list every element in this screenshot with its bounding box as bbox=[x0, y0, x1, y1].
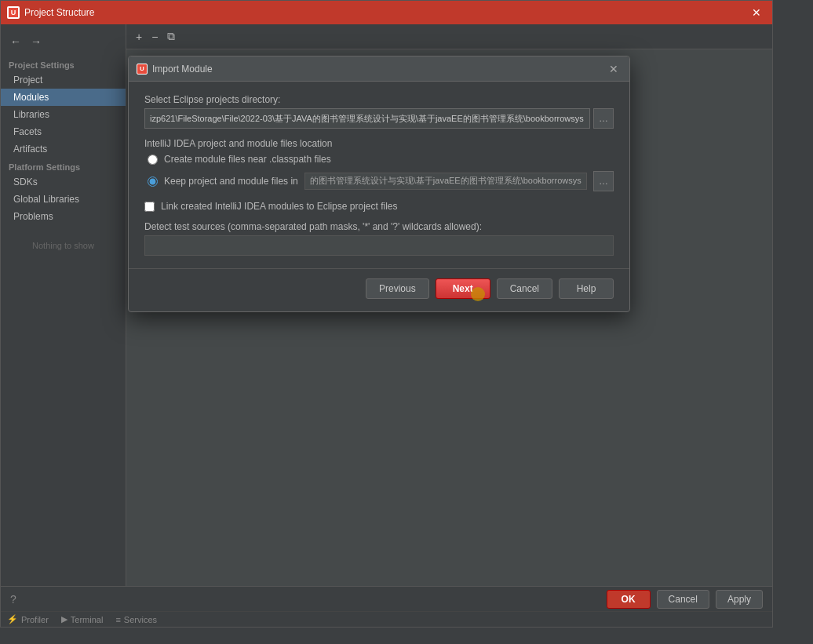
help-dialog-button[interactable]: Help bbox=[559, 278, 614, 299]
browse-button[interactable]: … bbox=[593, 108, 614, 129]
link-checkbox-label: Link created IntelliJ IDEA modules to Ec… bbox=[161, 201, 397, 212]
sidebar-item-global-libraries[interactable]: Global Libraries bbox=[1, 191, 126, 208]
select-dir-label: Select Eclipse projects directory: bbox=[144, 94, 614, 105]
radio-group: Create module files near .classpath file… bbox=[144, 154, 614, 191]
path-row: … bbox=[144, 108, 614, 129]
add-module-button[interactable]: + bbox=[133, 29, 145, 45]
link-checkbox[interactable] bbox=[144, 202, 155, 212]
ok-button[interactable]: OK bbox=[607, 590, 651, 609]
profiler-icon: ⚡ bbox=[7, 614, 18, 624]
platform-settings-label: Platform Settings bbox=[1, 158, 126, 173]
directory-section: Select Eclipse projects directory: … bbox=[144, 94, 614, 129]
panel-toolbar: + − ⧉ bbox=[126, 24, 772, 49]
folder-icon-2: … bbox=[599, 176, 608, 187]
sidebar-item-problems[interactable]: Problems bbox=[1, 208, 126, 225]
browse-keep-button[interactable]: … bbox=[593, 171, 614, 191]
checkbox-row: Link created IntelliJ IDEA modules to Ec… bbox=[144, 201, 614, 212]
services-tab[interactable]: ≡ Services bbox=[115, 615, 157, 624]
apply-button[interactable]: Apply bbox=[716, 590, 763, 609]
terminal-label: Terminal bbox=[71, 615, 104, 624]
dialog-title: Import Module bbox=[152, 64, 213, 75]
sidebar-toolbar: ← → bbox=[1, 31, 126, 56]
copy-module-button[interactable]: ⧉ bbox=[164, 28, 178, 45]
detect-label: Detect test sources (comma-separated pat… bbox=[144, 221, 614, 232]
location-section: IntelliJ IDEA project and module files l… bbox=[144, 138, 614, 191]
next-button[interactable]: Next bbox=[436, 278, 490, 299]
profiler-label: Profiler bbox=[21, 615, 49, 624]
window-title: Project Structure bbox=[24, 7, 94, 18]
terminal-tab[interactable]: ▶ Terminal bbox=[61, 614, 104, 624]
bottom-bar: ? OK Cancel Apply bbox=[1, 586, 772, 611]
import-module-dialog: U Import Module ✕ Select Eclipse project… bbox=[128, 56, 630, 312]
dialog-body: Select Eclipse projects directory: … Int… bbox=[129, 82, 629, 268]
radio-create-row: Create module files near .classpath file… bbox=[148, 154, 614, 165]
dialog-buttons: Previous Next Cancel Help bbox=[129, 268, 629, 311]
status-bar: ⚡ Profiler ▶ Terminal ≡ Services bbox=[1, 611, 772, 627]
services-icon: ≡ bbox=[115, 615, 120, 624]
main-window: U Project Structure ✕ ← → Project Settin… bbox=[0, 0, 773, 628]
project-settings-label: Project Settings bbox=[1, 56, 126, 71]
detect-input[interactable] bbox=[144, 235, 614, 256]
sidebar-item-sdks[interactable]: SDKs bbox=[1, 173, 126, 191]
cancel-dialog-button[interactable]: Cancel bbox=[497, 278, 552, 299]
sidebar-item-artifacts[interactable]: Artifacts bbox=[1, 140, 126, 158]
location-title: IntelliJ IDEA project and module files l… bbox=[144, 138, 614, 149]
radio-keep-row: Keep project and module files in 的图书管理系统… bbox=[148, 171, 614, 191]
detect-section: Detect test sources (comma-separated pat… bbox=[144, 221, 614, 256]
cancel-main-button[interactable]: Cancel bbox=[657, 590, 709, 609]
folder-icon: … bbox=[599, 113, 608, 124]
sidebar-item-modules[interactable]: Modules bbox=[1, 89, 126, 106]
radio-keep-label: Keep project and module files in bbox=[164, 176, 298, 187]
dialog-titlebar: U Import Module ✕ bbox=[129, 56, 629, 82]
sidebar-item-libraries[interactable]: Libraries bbox=[1, 106, 126, 123]
profiler-tab[interactable]: ⚡ Profiler bbox=[7, 614, 49, 624]
terminal-icon: ▶ bbox=[61, 614, 67, 624]
nothing-to-show: Nothing to show bbox=[1, 225, 126, 266]
app-icon: U bbox=[7, 6, 20, 19]
title-bar: U Project Structure ✕ bbox=[1, 1, 772, 24]
previous-button[interactable]: Previous bbox=[366, 278, 429, 299]
radio-create-label: Create module files near .classpath file… bbox=[164, 154, 331, 165]
dialog-icon: U bbox=[137, 64, 148, 75]
radio-create[interactable] bbox=[148, 155, 158, 165]
sidebar: ← → Project Settings Project Modules Lib… bbox=[1, 24, 126, 586]
help-icon[interactable]: ? bbox=[10, 593, 16, 606]
back-button[interactable]: ← bbox=[7, 34, 24, 49]
directory-input[interactable] bbox=[144, 108, 590, 129]
window-close-button[interactable]: ✕ bbox=[747, 5, 766, 20]
sidebar-item-facets[interactable]: Facets bbox=[1, 123, 126, 140]
keep-path-display: 的图书管理系统设计与实现\基于javaEE的图书管理系统\bookborrows… bbox=[304, 173, 587, 190]
forward-button[interactable]: → bbox=[27, 34, 45, 49]
sidebar-item-project[interactable]: Project bbox=[1, 71, 126, 89]
remove-module-button[interactable]: − bbox=[148, 29, 161, 45]
services-label: Services bbox=[124, 615, 157, 624]
radio-keep[interactable] bbox=[148, 176, 158, 187]
dialog-close-button[interactable]: ✕ bbox=[606, 61, 622, 77]
